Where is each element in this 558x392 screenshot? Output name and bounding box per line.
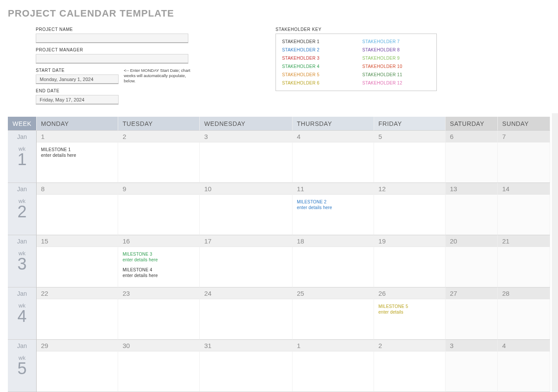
day-number: 13 <box>446 183 497 195</box>
day-cell[interactable]: 3 <box>446 340 498 392</box>
day-number: 18 <box>293 235 374 247</box>
day-number: 21 <box>498 235 550 247</box>
day-cell[interactable]: 10 <box>200 183 292 235</box>
day-cell[interactable]: 29 <box>37 340 118 392</box>
week-month: Jan <box>8 238 36 245</box>
day-cell[interactable]: 18 <box>293 235 374 287</box>
day-number: 5 <box>374 131 445 142</box>
day-cell[interactable]: 28 <box>498 287 550 340</box>
stakeholder-key-item: STAKEHOLDER 11 <box>356 71 436 79</box>
day-number: 10 <box>200 183 292 195</box>
day-cell[interactable]: 14 <box>498 183 550 235</box>
day-cell[interactable]: 7 <box>498 131 550 183</box>
milestone-detail: enter details here <box>122 273 195 278</box>
day-cell[interactable]: 11MILESTONE 2enter details here <box>293 183 374 235</box>
day-cell[interactable]: 17 <box>200 235 292 287</box>
week-cell: Janwk5 <box>8 340 37 392</box>
week-number: 3 <box>8 256 36 272</box>
week-cell: Janwk3 <box>8 235 37 287</box>
day-cell[interactable]: 16MILESTONE 3enter details hereMILESTONE… <box>118 235 200 287</box>
day-cell[interactable]: 13 <box>446 183 498 235</box>
day-number: 22 <box>37 287 118 299</box>
day-cell[interactable]: 20 <box>446 235 498 287</box>
week-number: 1 <box>8 151 36 168</box>
day-cell[interactable]: 23 <box>118 287 200 340</box>
day-cell[interactable]: 4 <box>293 131 374 183</box>
day-cell[interactable]: 30 <box>118 340 200 392</box>
col-saturday: SATURDAY <box>446 117 498 131</box>
day-number: 27 <box>446 287 497 299</box>
day-number: 20 <box>446 235 497 247</box>
day-cell[interactable]: 15 <box>37 235 118 287</box>
stakeholder-key-item: STAKEHOLDER 6 <box>276 79 356 87</box>
milestone[interactable]: MILESTONE 5enter details <box>378 304 441 315</box>
milestone-detail: enter details here <box>41 152 113 158</box>
milestone[interactable]: MILESTONE 1enter details here <box>41 147 113 158</box>
day-number: 2 <box>118 131 199 142</box>
day-number: 12 <box>374 183 445 195</box>
end-date-label: END DATE <box>36 88 188 93</box>
day-number: 28 <box>498 287 550 299</box>
milestone-title: MILESTONE 4 <box>122 267 195 273</box>
calendar-table: WEEK MONDAY TUESDAY WEDNESDAY THURSDAY F… <box>8 117 550 392</box>
day-number: 14 <box>498 183 550 195</box>
day-number: 30 <box>118 340 199 351</box>
day-number: 4 <box>498 340 550 351</box>
vertical-scrollbar[interactable] <box>552 113 558 392</box>
week-number: 2 <box>8 203 36 220</box>
milestone[interactable]: MILESTONE 2enter details here <box>297 199 369 210</box>
day-cell[interactable]: 31 <box>200 340 292 392</box>
day-cell[interactable]: 4 <box>498 340 550 392</box>
day-cell[interactable]: 21 <box>498 235 550 287</box>
calendar-week-row: Janwk11MILESTONE 1enter details here2345… <box>8 131 550 183</box>
start-date-hint: <-- Enter MONDAY Start Date; chart weeks… <box>124 68 194 84</box>
milestone[interactable]: MILESTONE 4enter details here <box>122 267 195 278</box>
day-cell[interactable]: 9 <box>118 183 200 235</box>
end-date-input[interactable] <box>36 95 119 105</box>
day-cell[interactable]: 5 <box>374 131 446 183</box>
day-cell[interactable]: 1MILESTONE 1enter details here <box>37 131 118 183</box>
milestone[interactable]: MILESTONE 3enter details here <box>122 251 195 263</box>
col-thursday: THURSDAY <box>293 117 374 131</box>
day-cell[interactable]: 25 <box>293 287 374 340</box>
stakeholder-key-item: STAKEHOLDER 7 <box>356 37 436 46</box>
day-number: 9 <box>118 183 199 195</box>
milestone-detail: enter details here <box>122 257 195 263</box>
day-cell[interactable]: 6 <box>446 131 498 183</box>
stakeholder-key-label: STAKEHOLDER KEY <box>276 27 437 32</box>
day-number: 2 <box>374 340 445 351</box>
day-cell[interactable]: 8 <box>37 183 118 235</box>
day-cell[interactable]: 27 <box>446 287 498 340</box>
day-number: 26 <box>374 287 445 299</box>
day-cell[interactable]: 12 <box>374 183 446 235</box>
day-number: 7 <box>498 131 550 142</box>
day-cell[interactable]: 2 <box>118 131 200 183</box>
milestone-title: MILESTONE 2 <box>297 199 369 205</box>
day-number: 1 <box>293 340 374 351</box>
day-number: 1 <box>37 131 118 142</box>
week-cell: Janwk4 <box>8 287 37 340</box>
day-cell[interactable]: 2 <box>374 340 446 392</box>
milestone-title: MILESTONE 3 <box>122 251 195 257</box>
day-number: 29 <box>37 340 118 351</box>
project-name-input[interactable] <box>36 34 188 43</box>
milestone-title: MILESTONE 5 <box>378 304 441 309</box>
day-cell[interactable]: 3 <box>200 131 292 183</box>
day-cell[interactable]: 19 <box>374 235 446 287</box>
day-number: 16 <box>118 235 199 247</box>
day-cell[interactable]: 24 <box>200 287 292 340</box>
day-cell[interactable]: 26MILESTONE 5enter details <box>374 287 446 340</box>
stakeholder-key-item: STAKEHOLDER 3 <box>276 54 356 62</box>
stakeholder-key-item: STAKEHOLDER 5 <box>276 71 356 79</box>
project-manager-input[interactable] <box>36 54 188 64</box>
day-number: 17 <box>200 235 292 247</box>
day-cell[interactable]: 22 <box>37 287 118 340</box>
day-number: 31 <box>200 340 292 351</box>
start-date-input[interactable] <box>36 74 119 84</box>
milestone-detail: enter details <box>378 309 441 315</box>
stakeholder-key-item: STAKEHOLDER 8 <box>356 46 436 54</box>
day-number: 11 <box>293 183 374 195</box>
stakeholder-key-item: STAKEHOLDER 4 <box>276 62 356 71</box>
calendar-week-row: Janwk42223242526MILESTONE 5enter details… <box>8 287 550 340</box>
day-cell[interactable]: 1 <box>293 340 374 392</box>
